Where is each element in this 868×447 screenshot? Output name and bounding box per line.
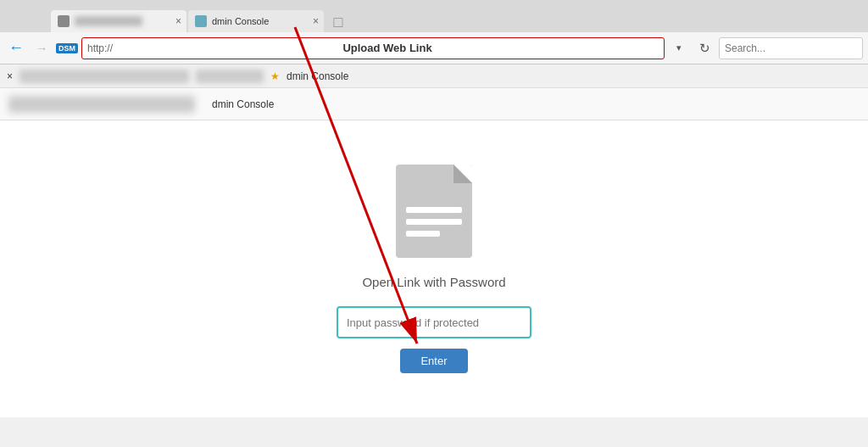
tab-close-button[interactable]: × [175,15,181,27]
password-section: Enter [337,306,531,373]
header-blurred-content [8,96,195,113]
doc-icon-lines [406,207,462,237]
bookmarks-x-button[interactable]: × [7,70,13,82]
address-bar-wrapper[interactable]: http:// Upload Web Link [81,37,665,59]
tab-label-blurred [75,16,142,26]
back-button[interactable]: ← [5,37,27,59]
password-input-wrapper[interactable] [337,306,531,338]
dsm-badge: DSM [56,43,78,53]
content-header: dmin Console [0,88,868,120]
tab-label-2: dmin Console [212,16,269,26]
enter-button[interactable]: Enter [400,349,467,373]
refresh-button[interactable]: ↻ [693,37,715,59]
url-prefix: http:// [87,42,113,54]
dropdown-button[interactable]: ▾ [668,37,690,59]
blurred-bookmark-1 [19,70,189,83]
forward-button[interactable]: → [31,37,53,59]
browser-tab-2[interactable]: dmin Console × [188,10,324,32]
open-link-label: Open Link with Password [362,275,505,289]
address-label: Upload Web Link [116,42,659,54]
document-icon [396,165,472,258]
browser-tab[interactable]: × [51,10,186,32]
tab-bar: × dmin Console × □ [0,7,868,32]
tab-close-button-2[interactable]: × [313,15,319,27]
search-input[interactable] [725,42,857,54]
admin-console-link[interactable]: dmin Console [287,70,348,82]
password-input[interactable] [347,316,521,329]
bookmark-star-icon: ★ [270,70,280,82]
blurred-bookmark-2 [196,70,264,83]
search-bar-wrapper[interactable] [719,37,863,59]
bookmarks-bar: × ★ dmin Console [0,64,868,88]
tab-favicon [58,15,70,27]
doc-line-2 [406,219,462,225]
tab-favicon-2 [195,15,207,27]
title-bar [0,0,868,7]
doc-line-3 [406,231,440,237]
header-admin-text: dmin Console [212,98,274,110]
doc-line-1 [406,207,462,213]
navigation-bar: ← → DSM http:// Upload Web Link ▾ ↻ [0,32,868,64]
doc-icon-body [396,165,472,258]
new-tab-button[interactable]: □ [327,12,349,32]
main-content: Open Link with Password Enter [0,120,868,417]
